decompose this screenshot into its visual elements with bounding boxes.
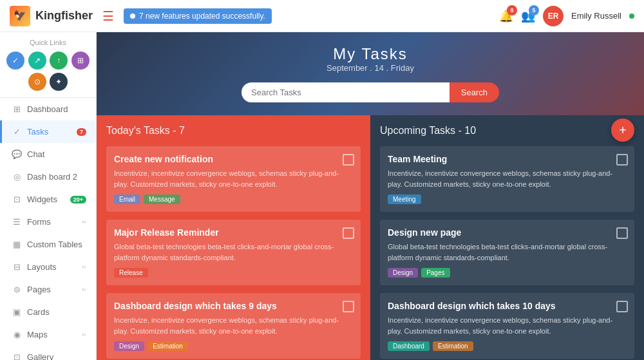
- sidebar-label-gallery: Gallery: [27, 352, 86, 360]
- tag: Message: [144, 194, 180, 204]
- task-title: Create new notification: [114, 154, 353, 164]
- sidebar-label-maps: Maps: [27, 330, 77, 339]
- pages-dots: •›: [82, 286, 86, 293]
- today-tasks-panel: Today's Tasks - 7 Create new notificatio…: [97, 115, 370, 360]
- tasks-icon: ✓: [12, 127, 22, 137]
- task-card: Major Release Reminder Global beta-test …: [106, 220, 361, 285]
- quick-link-tasks[interactable]: ✓: [6, 52, 24, 70]
- task-checkbox[interactable]: [343, 301, 354, 312]
- tag: Design: [388, 268, 418, 278]
- widgets-badge: 20+: [70, 196, 86, 204]
- hero-section: My Tasks September . 14 . Friday Search: [97, 32, 644, 115]
- task-desc: Incentivize, incentivize convergence web…: [114, 315, 353, 336]
- tag: Dashboard: [388, 341, 430, 351]
- sidebar-item-gallery[interactable]: ⊡ Gallery: [0, 346, 96, 360]
- sidebar-item-dashboard2[interactable]: ◎ Dash board 2: [0, 166, 96, 188]
- tag: Design: [114, 341, 144, 351]
- forms-icon: ☰: [12, 217, 22, 227]
- task-card: Dashboard design which takes 9 days Ince…: [106, 293, 361, 359]
- upcoming-tasks-title: Upcoming Tasks - 10: [380, 125, 634, 137]
- sidebar-label-tasks: Tasks: [27, 127, 71, 137]
- task-tags: Dashboard Estimation: [388, 341, 627, 351]
- navbar: 🦅 Kingfisher ☰ 7 new features updated su…: [0, 0, 644, 32]
- task-card: Dashboard design which takes 10 days Inc…: [380, 293, 634, 359]
- sidebar-item-custom-tables[interactable]: ▦ Custom Tables: [0, 233, 96, 256]
- task-checkbox[interactable]: [616, 154, 628, 166]
- users-button[interactable]: 👥 5: [521, 9, 535, 23]
- bell-button[interactable]: 🔔 8: [499, 9, 513, 23]
- notification-dot: [130, 14, 135, 19]
- dashboard2-icon: ◎: [12, 172, 22, 182]
- quick-links-row2: ⊙ ✦: [6, 73, 90, 91]
- sidebar-item-pages[interactable]: ⊜ Pages •›: [0, 278, 96, 301]
- quick-links-title: Quick Links: [6, 39, 90, 46]
- pages-icon: ⊜: [12, 285, 22, 294]
- avatar: ER: [543, 6, 564, 26]
- task-desc: Global beta-test technologies beta-test …: [114, 242, 353, 263]
- sidebar-item-tasks[interactable]: ✓ Tasks 7: [0, 120, 96, 143]
- sidebar-item-widgets[interactable]: ⊡ Widgets 20+: [0, 188, 96, 211]
- hamburger-button[interactable]: ☰: [102, 8, 114, 24]
- quick-link-share[interactable]: ↗: [28, 52, 46, 70]
- sidebar-item-maps[interactable]: ◉ Maps •›: [0, 323, 96, 346]
- hero-title: My Tasks: [109, 45, 631, 63]
- brand-name: Kingfisher: [35, 9, 93, 23]
- today-tasks-title: Today's Tasks - 7: [106, 125, 361, 137]
- sidebar-item-layouts[interactable]: ⊟ Layouts •›: [0, 256, 96, 278]
- notification-text: 7 new features updated successfully.: [139, 12, 265, 21]
- task-tags: Release: [114, 268, 353, 278]
- task-card: Design new page Global beta-test technol…: [380, 220, 634, 285]
- users-badge: 5: [529, 5, 539, 15]
- task-desc: Incentivize, incentivize convergence web…: [388, 315, 627, 336]
- search-button[interactable]: Search: [450, 82, 499, 102]
- tag: Estimation: [147, 341, 188, 351]
- upcoming-tasks-panel: Upcoming Tasks - 10 Team Meeting Incenti…: [370, 115, 644, 360]
- task-card: Team Meeting Incentivize, incentivize co…: [380, 146, 634, 212]
- hero-date: September . 14 . Friday: [109, 63, 631, 73]
- quick-links: Quick Links ✓ ↗ ↑ ⊞ ⊙ ✦: [0, 32, 96, 98]
- maps-icon: ◉: [12, 330, 22, 339]
- task-title: Design new page: [388, 227, 627, 238]
- tag: Estimation: [433, 341, 473, 351]
- main-layout: Quick Links ✓ ↗ ↑ ⊞ ⊙ ✦ ⊞ Dashboard ✓ Ta…: [0, 32, 644, 360]
- layouts-dots: •›: [82, 263, 86, 270]
- sidebar: Quick Links ✓ ↗ ↑ ⊞ ⊙ ✦ ⊞ Dashboard ✓ Ta…: [0, 32, 97, 360]
- task-checkbox[interactable]: [343, 227, 354, 239]
- online-indicator: [629, 14, 634, 19]
- sidebar-item-cards[interactable]: ▣ Cards: [0, 301, 96, 323]
- tag: Meeting: [388, 194, 421, 204]
- sidebar-item-forms[interactable]: ☰ Forms •›: [0, 211, 96, 233]
- custom-tables-icon: ▦: [12, 240, 22, 249]
- task-checkbox[interactable]: [343, 154, 354, 166]
- quick-link-stats[interactable]: ↑: [50, 52, 68, 70]
- quick-link-record[interactable]: ⊙: [28, 73, 46, 91]
- cards-icon: ▣: [12, 307, 22, 317]
- quick-link-grid[interactable]: ⊞: [71, 52, 90, 70]
- sidebar-label-chat: Chat: [27, 149, 86, 159]
- brand: 🦅 Kingfisher: [10, 6, 93, 26]
- task-tags: Design Pages: [388, 268, 627, 278]
- task-desc: Incentivize, incentivize convergence web…: [388, 168, 627, 189]
- sidebar-item-dashboard[interactable]: ⊞ Dashboard: [0, 98, 96, 120]
- tag: Release: [114, 268, 148, 278]
- fab-button[interactable]: +: [611, 118, 634, 142]
- task-checkbox[interactable]: [616, 301, 628, 312]
- sidebar-item-chat[interactable]: 💬 Chat: [0, 143, 96, 166]
- task-title: Dashboard design which takes 9 days: [114, 301, 353, 311]
- task-desc: Incentivize, incentivize convergence web…: [114, 168, 353, 189]
- search-input[interactable]: [242, 82, 450, 102]
- sidebar-label-widgets: Widgets: [27, 194, 65, 204]
- sidebar-label-pages: Pages: [27, 285, 77, 294]
- task-checkbox[interactable]: [616, 227, 628, 239]
- widgets-icon: ⊡: [12, 194, 22, 204]
- quick-link-shield[interactable]: ✦: [50, 73, 68, 91]
- sidebar-label-dashboard: Dashboard: [27, 104, 86, 114]
- sidebar-label-custom-tables: Custom Tables: [27, 240, 86, 249]
- gallery-icon: ⊡: [12, 352, 22, 360]
- sidebar-label-cards: Cards: [27, 307, 86, 317]
- task-desc: Global beta-test technologies beta-test …: [388, 242, 627, 263]
- sidebar-label-forms: Forms: [27, 217, 77, 227]
- maps-dots: •›: [82, 331, 86, 338]
- content-area: My Tasks September . 14 . Friday Search …: [97, 32, 644, 360]
- tasks-badge: 7: [77, 128, 86, 136]
